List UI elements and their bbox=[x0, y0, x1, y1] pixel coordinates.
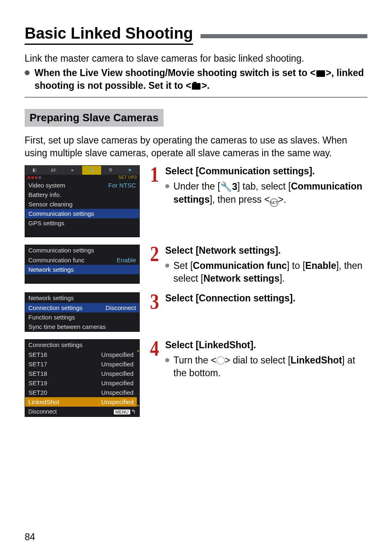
section-header: Preparing Slave Cameras bbox=[25, 109, 164, 127]
section-intro: First, set up slave cameras by operating… bbox=[25, 134, 367, 160]
menu-item-selected: Communication settings bbox=[25, 209, 139, 218]
step-2: Communication settings Communication fun… bbox=[25, 245, 367, 285]
menu-item: SET17 Unspecified bbox=[25, 359, 137, 369]
menu-item: SET20 Unspecified bbox=[25, 388, 137, 397]
note-text-post: >. bbox=[201, 80, 210, 91]
menu-screenshot-2: Communication settings Communication fun… bbox=[25, 245, 140, 284]
menu-tab-star: ★ bbox=[120, 166, 139, 175]
note-text-pre: When the Live View shooting/Movie shooti… bbox=[35, 67, 316, 78]
page-number: 84 bbox=[25, 532, 35, 543]
step-title: Select [Connection settings]. bbox=[165, 292, 295, 305]
page-title: Basic Linked Shooting bbox=[25, 25, 193, 45]
menu-tab-custom: ⚙ bbox=[101, 166, 120, 175]
step-number: 3 bbox=[148, 292, 161, 312]
footer-disconnect: Disconnect bbox=[28, 408, 57, 415]
menu-item-selected: Connection settingsDisconnect bbox=[25, 303, 139, 312]
menu-tab-wrench: 🔧 bbox=[82, 166, 101, 175]
note-block: When the Live View shooting/Movie shooti… bbox=[25, 67, 367, 92]
step-3: Network settings Connection settingsDisc… bbox=[25, 292, 367, 332]
step-number: 2 bbox=[148, 245, 161, 264]
bullet-icon bbox=[25, 70, 30, 75]
setup-label: SET UP3 bbox=[118, 175, 139, 180]
step-number: 1 bbox=[148, 165, 161, 185]
step-4: Connection settings SET16 Unspecified SE… bbox=[25, 339, 367, 417]
menu-item: SET18 Unspecified bbox=[25, 369, 137, 378]
menu-item: Video systemFor NTSC bbox=[25, 180, 139, 190]
title-rule bbox=[201, 34, 367, 38]
menu-screenshot-4: Connection settings SET16 Unspecified SE… bbox=[25, 339, 140, 417]
step-1: ◧ AF ▸ 🔧 ⚙ ★ SET UP3 Video systemFor NTS… bbox=[25, 165, 367, 237]
menu-screenshot-1: ◧ AF ▸ 🔧 ⚙ ★ SET UP3 Video systemFor NTS… bbox=[25, 165, 140, 237]
menu-item: Sensor cleaning bbox=[25, 199, 139, 209]
step-title: Select [Communication settings]. bbox=[165, 165, 367, 178]
scroll-down-icon bbox=[137, 405, 139, 407]
scroll-indicator bbox=[137, 350, 139, 407]
menu-title: Connection settings bbox=[25, 340, 139, 350]
step-title: Select [Network settings]. bbox=[165, 245, 367, 257]
menu-button-label: MENU bbox=[114, 410, 130, 414]
page-dots bbox=[28, 176, 41, 179]
menu-item: Sync time between cameras bbox=[25, 322, 139, 331]
step-number: 4 bbox=[148, 339, 161, 359]
menu-item: GPS settings bbox=[25, 218, 139, 228]
menu-item: Function settings bbox=[25, 312, 139, 322]
step-title: Select [LinkedShot]. bbox=[165, 339, 367, 352]
menu-screenshot-3: Network settings Connection settingsDisc… bbox=[25, 292, 140, 332]
menu-title: Communication settings bbox=[25, 245, 139, 255]
camera-icon bbox=[192, 83, 201, 90]
dial-icon bbox=[217, 356, 225, 365]
set-button-icon: SET bbox=[270, 199, 278, 207]
movie-icon bbox=[316, 70, 325, 77]
return-icon: ↰ bbox=[131, 408, 136, 415]
menu-item: SET16 Unspecified bbox=[25, 350, 137, 359]
menu-title: Network settings bbox=[25, 293, 139, 303]
menu-tab-camera: ◧ bbox=[25, 166, 44, 175]
scroll-up-icon bbox=[137, 350, 139, 352]
bullet-icon bbox=[165, 264, 169, 268]
menu-tab-play: ▸ bbox=[63, 166, 82, 175]
bullet-icon bbox=[165, 184, 169, 188]
menu-item: SET19 Unspecified bbox=[25, 378, 137, 388]
menu-item-selected: Network settings bbox=[25, 265, 139, 274]
menu-item: Communication funcEnable bbox=[25, 255, 139, 265]
bullet-icon bbox=[165, 358, 169, 362]
menu-item: Battery info. bbox=[25, 190, 139, 199]
menu-tab-af: AF bbox=[44, 166, 63, 175]
menu-item-selected: LinkedShot Unspecified bbox=[25, 397, 137, 407]
divider-line bbox=[25, 97, 367, 97]
intro-text: Link the master camera to slave cameras … bbox=[25, 52, 367, 65]
